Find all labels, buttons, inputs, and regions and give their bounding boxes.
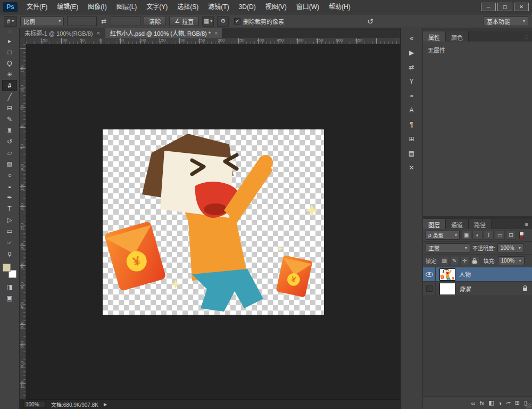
info-panel-icon[interactable]: ▤ [405,148,419,159]
filter-toggle-switch[interactable] [519,231,524,239]
layer-group-icon[interactable]: ▱ [506,399,510,406]
expand-panels-panel-icon[interactable]: « [405,32,419,44]
marquee-tool[interactable]: □ [2,46,17,58]
menu-item-2[interactable]: 图像(I) [83,0,111,14]
brush-tool[interactable]: ✎ [2,113,17,125]
delete-cropped-checkbox[interactable]: ✓ [234,18,240,24]
window-resize-grip[interactable] [526,403,531,408]
layers-tab-0[interactable]: 图层 [423,219,446,229]
lock-position-icon[interactable]: ✛ [460,257,469,265]
lock-all-icon[interactable] [470,257,479,265]
menu-item-4[interactable]: 文字(Y) [142,0,172,14]
menu-item-7[interactable]: 3D(D) [234,0,261,14]
screen-mode-icon[interactable]: ▣ [2,292,17,304]
foreground-color-swatch[interactable] [3,264,11,272]
document-tab-1[interactable]: 红包小人.psd @ 100% (人物, RGB/8) *× [105,28,223,38]
gradient-tool[interactable]: ▧ [2,158,17,169]
quick-mask-icon[interactable]: ◨ [2,281,17,292]
tool-preset-dropdown[interactable]: # ▾ [4,16,17,27]
filter-shape-icon[interactable]: ▭ [495,231,505,240]
menu-item-0[interactable]: 文件(F) [22,0,52,14]
menu-item-6[interactable]: 滤镜(T) [203,0,234,14]
close-button[interactable]: ✕ [514,3,529,11]
visibility-toggle[interactable] [423,267,436,281]
toolbar-grip[interactable]: ⠿ [8,30,11,34]
move-tool[interactable]: ▸ [2,35,17,46]
menu-item-3[interactable]: 图层(L) [112,0,142,14]
ratio-dropdown[interactable]: 比例 ▾ [20,17,64,26]
blend-mode-dropdown[interactable]: 正常 ▾ [426,243,470,252]
status-expand-icon[interactable]: ▶ [104,402,107,407]
crop-tool[interactable]: # [2,80,17,91]
shape-tool[interactable]: ▭ [2,225,17,236]
healing-brush-tool[interactable]: ⊟ [2,102,17,113]
clone-source-panel-icon[interactable]: ⊞ [405,133,419,144]
reset-button[interactable]: ↺ [367,17,373,26]
clear-button[interactable]: 清除 [144,16,166,26]
eyedropper-tool[interactable]: ╱ [2,91,17,102]
clone-stamp-tool[interactable]: ♜ [2,125,17,136]
measure-panel-icon[interactable]: ✕ [405,162,419,173]
filter-type-icon[interactable]: T [484,231,494,240]
crop-height-input[interactable] [111,17,140,26]
visibility-toggle[interactable] [423,282,436,296]
path-selection-tool[interactable]: ▷ [2,214,17,225]
layer-mask-icon[interactable]: ◧ [488,399,494,406]
layers-menu-icon[interactable]: ≡ [525,219,532,229]
type-tool[interactable]: T [2,203,17,214]
workspace-switcher[interactable]: 基本功能 ▾ [484,17,528,26]
document-tab-0[interactable]: 未标题-1 @ 100%(RGB/8)× [20,28,105,38]
menu-item-1[interactable]: 编辑(E) [52,0,83,14]
hand-tool[interactable]: ☞ [2,236,17,248]
straighten-button[interactable]: ∠ 拉直 [169,16,199,26]
layers-tab-2[interactable]: 路径 [469,219,492,229]
quick-selection-tool[interactable]: ✳ [2,69,17,80]
fill-dropdown[interactable]: 100% ▾ [498,256,525,265]
lock-pixels-icon[interactable]: ✎ [450,257,459,265]
canvas-viewport[interactable]: ¥ ¥ [26,44,400,399]
properties-menu-icon[interactable]: ≡ [525,31,532,42]
opacity-dropdown[interactable]: 100% ▾ [497,243,524,252]
properties-tab-0[interactable]: 属性 [423,31,446,42]
overlay-options-button[interactable]: ▦ ▾ [202,16,214,27]
adjustment-layer-icon[interactable]: ◑ [498,400,502,406]
menu-item-8[interactable]: 视图(V) [261,0,292,14]
crop-settings-button[interactable]: ⚙ [217,16,229,27]
blur-tool[interactable]: ○ [2,169,17,181]
link-layers-icon[interactable]: ∞ [471,400,476,406]
layer-row-0[interactable]: 人物 [423,267,532,282]
styles-panel-icon[interactable]: Y [405,76,419,87]
filter-type-dropdown[interactable]: ρ 类型 ▾ [426,231,460,240]
eraser-tool[interactable]: ▱ [2,147,17,158]
character-panel-icon[interactable]: A [405,104,419,116]
filter-adjustment-icon[interactable]: ◐ [472,231,483,240]
canvas-image[interactable]: ¥ ¥ [103,129,324,315]
tab-close-icon[interactable]: × [97,30,100,36]
maximize-button[interactable]: ▢ [497,3,512,11]
adjustments-panel-icon[interactable]: ≈ [405,90,419,101]
tab-close-icon[interactable]: × [214,30,218,36]
paragraph-panel-icon[interactable]: ¶ [405,119,419,130]
filter-smart-object-icon[interactable]: ⊡ [506,231,516,240]
layer-style-icon[interactable]: fx [480,400,485,406]
new-layer-icon[interactable]: ⊞ [515,399,520,406]
swap-dimensions-icon[interactable]: ⇄ [100,18,107,25]
history-brush-tool[interactable]: ↺ [2,136,17,147]
menu-item-10[interactable]: 帮助(H) [324,0,355,14]
lock-transparency-icon[interactable]: ▨ [440,257,449,265]
history-panel-icon[interactable]: ⇄ [405,61,419,72]
lasso-tool[interactable]: Ϙ [2,58,17,69]
dodge-tool[interactable]: ◒ [2,181,17,192]
zoom-tool[interactable]: ϙ [2,248,17,259]
layer-row-1[interactable]: 背景 [423,282,532,296]
pen-tool[interactable]: ✒ [2,192,17,203]
actions-panel-icon[interactable]: ▶ [405,47,419,58]
crop-width-input[interactable] [67,17,97,26]
filter-pixel-icon[interactable]: ▣ [461,231,471,240]
properties-tab-1[interactable]: 颜色 [446,31,469,42]
menu-item-5[interactable]: 选择(S) [172,0,203,14]
layers-tab-1[interactable]: 通道 [446,219,469,229]
menu-item-9[interactable]: 窗口(W) [292,0,324,14]
zoom-level-field[interactable]: 100% [23,401,46,408]
minimize-button[interactable]: ─ [481,3,496,11]
